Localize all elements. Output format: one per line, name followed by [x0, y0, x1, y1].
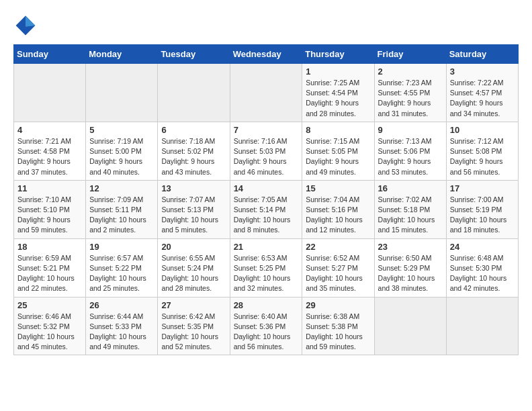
- day-detail: Sunrise: 7:02 AM Sunset: 5:18 PM Dayligh…: [378, 195, 443, 236]
- calendar-cell: [158, 64, 230, 122]
- day-detail: Sunrise: 6:57 AM Sunset: 5:22 PM Dayligh…: [89, 253, 154, 294]
- calendar-cell: 26Sunrise: 6:44 AM Sunset: 5:33 PM Dayli…: [86, 297, 158, 355]
- week-row-1: 1Sunrise: 7:25 AM Sunset: 4:54 PM Daylig…: [14, 64, 519, 122]
- day-detail: Sunrise: 7:23 AM Sunset: 4:55 PM Dayligh…: [378, 78, 443, 119]
- day-number: 11: [17, 183, 82, 193]
- day-number: 19: [89, 242, 154, 252]
- day-detail: Sunrise: 6:50 AM Sunset: 5:29 PM Dayligh…: [378, 253, 443, 294]
- calendar-cell: 15Sunrise: 7:04 AM Sunset: 5:16 PM Dayli…: [302, 180, 374, 238]
- day-number: 8: [306, 125, 370, 135]
- day-number: 2: [378, 66, 443, 77]
- day-number: 16: [378, 183, 443, 193]
- calendar-cell: 12Sunrise: 7:09 AM Sunset: 5:11 PM Dayli…: [86, 180, 158, 238]
- day-detail: Sunrise: 7:25 AM Sunset: 4:54 PM Dayligh…: [306, 78, 370, 119]
- week-row-4: 18Sunrise: 6:59 AM Sunset: 5:21 PM Dayli…: [14, 238, 519, 297]
- day-detail: Sunrise: 7:19 AM Sunset: 5:00 PM Dayligh…: [89, 136, 154, 177]
- calendar-cell: 22Sunrise: 6:52 AM Sunset: 5:27 PM Dayli…: [302, 238, 374, 297]
- day-number: 21: [234, 242, 299, 252]
- header-wednesday: Wednesday: [230, 45, 302, 64]
- day-detail: Sunrise: 6:48 AM Sunset: 5:30 PM Dayligh…: [450, 253, 515, 294]
- day-number: 1: [306, 66, 370, 77]
- day-detail: Sunrise: 7:13 AM Sunset: 5:06 PM Dayligh…: [378, 136, 443, 177]
- week-row-2: 4Sunrise: 7:21 AM Sunset: 4:58 PM Daylig…: [14, 122, 519, 180]
- day-number: 20: [161, 242, 226, 252]
- calendar-cell: 4Sunrise: 7:21 AM Sunset: 4:58 PM Daylig…: [14, 122, 86, 180]
- calendar-cell: [86, 64, 158, 122]
- day-number: 9: [378, 125, 443, 135]
- calendar-cell: [14, 64, 86, 122]
- day-number: 26: [89, 300, 154, 310]
- day-detail: Sunrise: 7:00 AM Sunset: 5:19 PM Dayligh…: [450, 195, 515, 236]
- day-detail: Sunrise: 7:15 AM Sunset: 5:05 PM Dayligh…: [306, 136, 370, 177]
- calendar-table: SundayMondayTuesdayWednesdayThursdayFrid…: [13, 44, 519, 355]
- day-detail: Sunrise: 6:46 AM Sunset: 5:32 PM Dayligh…: [17, 312, 82, 353]
- header-friday: Friday: [374, 45, 446, 64]
- day-detail: Sunrise: 7:10 AM Sunset: 5:10 PM Dayligh…: [17, 195, 82, 236]
- calendar-cell: 24Sunrise: 6:48 AM Sunset: 5:30 PM Dayli…: [446, 238, 518, 297]
- calendar-cell: 16Sunrise: 7:02 AM Sunset: 5:18 PM Dayli…: [374, 180, 446, 238]
- day-detail: Sunrise: 6:44 AM Sunset: 5:33 PM Dayligh…: [89, 312, 154, 353]
- day-detail: Sunrise: 7:09 AM Sunset: 5:11 PM Dayligh…: [89, 195, 154, 236]
- day-detail: Sunrise: 6:52 AM Sunset: 5:27 PM Dayligh…: [306, 253, 370, 294]
- day-detail: Sunrise: 6:42 AM Sunset: 5:35 PM Dayligh…: [161, 312, 226, 353]
- day-number: 17: [450, 183, 515, 193]
- day-number: 13: [161, 183, 226, 193]
- day-number: 29: [306, 300, 370, 310]
- day-number: 25: [17, 300, 82, 310]
- calendar-cell: 18Sunrise: 6:59 AM Sunset: 5:21 PM Dayli…: [14, 238, 86, 297]
- logo: [13, 13, 40, 38]
- calendar-cell: 11Sunrise: 7:10 AM Sunset: 5:10 PM Dayli…: [14, 180, 86, 238]
- calendar-cell: 6Sunrise: 7:18 AM Sunset: 5:02 PM Daylig…: [158, 122, 230, 180]
- day-detail: Sunrise: 7:05 AM Sunset: 5:14 PM Dayligh…: [234, 195, 299, 236]
- day-detail: Sunrise: 7:22 AM Sunset: 4:57 PM Dayligh…: [450, 78, 515, 119]
- calendar-cell: 3Sunrise: 7:22 AM Sunset: 4:57 PM Daylig…: [446, 64, 518, 122]
- header-thursday: Thursday: [302, 45, 374, 64]
- calendar-cell: 28Sunrise: 6:40 AM Sunset: 5:36 PM Dayli…: [230, 297, 302, 355]
- day-detail: Sunrise: 7:04 AM Sunset: 5:16 PM Dayligh…: [306, 195, 370, 236]
- calendar-cell: 1Sunrise: 7:25 AM Sunset: 4:54 PM Daylig…: [302, 64, 374, 122]
- day-detail: Sunrise: 7:12 AM Sunset: 5:08 PM Dayligh…: [450, 136, 515, 177]
- calendar-cell: [230, 64, 302, 122]
- calendar-cell: [374, 297, 446, 355]
- calendar-cell: 21Sunrise: 6:53 AM Sunset: 5:25 PM Dayli…: [230, 238, 302, 297]
- day-number: 4: [17, 125, 82, 135]
- calendar-cell: 7Sunrise: 7:16 AM Sunset: 5:03 PM Daylig…: [230, 122, 302, 180]
- calendar-cell: 20Sunrise: 6:55 AM Sunset: 5:24 PM Dayli…: [158, 238, 230, 297]
- day-number: 23: [378, 242, 443, 252]
- calendar-cell: 19Sunrise: 6:57 AM Sunset: 5:22 PM Dayli…: [86, 238, 158, 297]
- day-number: 7: [234, 125, 299, 135]
- calendar-cell: 27Sunrise: 6:42 AM Sunset: 5:35 PM Dayli…: [158, 297, 230, 355]
- calendar-header-row: SundayMondayTuesdayWednesdayThursdayFrid…: [14, 45, 519, 64]
- calendar-cell: 17Sunrise: 7:00 AM Sunset: 5:19 PM Dayli…: [446, 180, 518, 238]
- logo-icon: [13, 13, 38, 38]
- day-detail: Sunrise: 7:21 AM Sunset: 4:58 PM Dayligh…: [17, 136, 82, 177]
- day-number: 14: [234, 183, 299, 193]
- calendar-cell: 23Sunrise: 6:50 AM Sunset: 5:29 PM Dayli…: [374, 238, 446, 297]
- calendar-cell: 10Sunrise: 7:12 AM Sunset: 5:08 PM Dayli…: [446, 122, 518, 180]
- page-header: [13, 13, 519, 38]
- day-number: 15: [306, 183, 370, 193]
- day-number: 3: [450, 66, 515, 77]
- day-detail: Sunrise: 6:53 AM Sunset: 5:25 PM Dayligh…: [234, 253, 299, 294]
- calendar-cell: 13Sunrise: 7:07 AM Sunset: 5:13 PM Dayli…: [158, 180, 230, 238]
- day-number: 22: [306, 242, 370, 252]
- day-number: 24: [450, 242, 515, 252]
- calendar-cell: 9Sunrise: 7:13 AM Sunset: 5:06 PM Daylig…: [374, 122, 446, 180]
- calendar-cell: 14Sunrise: 7:05 AM Sunset: 5:14 PM Dayli…: [230, 180, 302, 238]
- svg-marker-1: [26, 16, 35, 27]
- day-number: 27: [161, 300, 226, 310]
- calendar-cell: 2Sunrise: 7:23 AM Sunset: 4:55 PM Daylig…: [374, 64, 446, 122]
- header-saturday: Saturday: [446, 45, 518, 64]
- week-row-5: 25Sunrise: 6:46 AM Sunset: 5:32 PM Dayli…: [14, 297, 519, 355]
- calendar-cell: 25Sunrise: 6:46 AM Sunset: 5:32 PM Dayli…: [14, 297, 86, 355]
- day-detail: Sunrise: 7:07 AM Sunset: 5:13 PM Dayligh…: [161, 195, 226, 236]
- calendar-cell: 8Sunrise: 7:15 AM Sunset: 5:05 PM Daylig…: [302, 122, 374, 180]
- day-number: 6: [161, 125, 226, 135]
- day-number: 18: [17, 242, 82, 252]
- calendar-cell: [446, 297, 518, 355]
- day-number: 10: [450, 125, 515, 135]
- day-detail: Sunrise: 7:18 AM Sunset: 5:02 PM Dayligh…: [161, 136, 226, 177]
- day-detail: Sunrise: 6:59 AM Sunset: 5:21 PM Dayligh…: [17, 253, 82, 294]
- calendar-cell: 29Sunrise: 6:38 AM Sunset: 5:38 PM Dayli…: [302, 297, 374, 355]
- day-number: 5: [89, 125, 154, 135]
